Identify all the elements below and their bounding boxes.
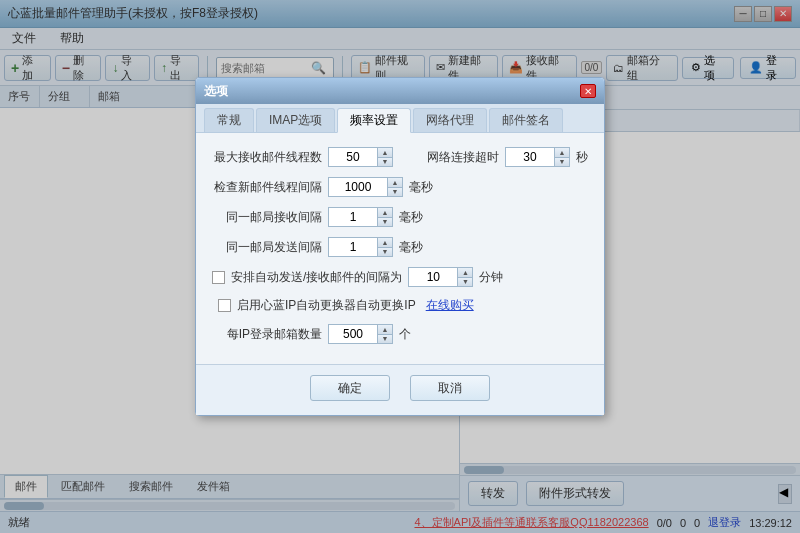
check-interval-label: 检查新邮件线程间隔 xyxy=(212,179,322,196)
same-domain-receive-down[interactable]: ▼ xyxy=(378,217,392,226)
dialog-close-button[interactable]: ✕ xyxy=(580,84,596,98)
check-interval-spinner: ▲ ▼ xyxy=(328,177,403,197)
dialog-confirm-button[interactable]: 确定 xyxy=(310,375,390,401)
check-interval-input[interactable] xyxy=(328,177,388,197)
dialog-cancel-button[interactable]: 取消 xyxy=(410,375,490,401)
same-domain-send-up[interactable]: ▲ xyxy=(378,238,392,247)
auto-sync-label: 安排自动发送/接收邮件的间隔为 xyxy=(231,269,402,286)
auto-sync-up[interactable]: ▲ xyxy=(458,268,472,277)
dialog-tab-network[interactable]: 网络代理 xyxy=(413,108,487,132)
auto-sync-spinner: ▲ ▼ xyxy=(408,267,473,287)
same-domain-send-down[interactable]: ▼ xyxy=(378,247,392,256)
row-same-domain-receive: 同一邮局接收间隔 ▲ ▼ 毫秒 xyxy=(212,207,588,227)
net-timeout-unit: 秒 xyxy=(576,149,588,166)
row-per-ip: 每IP登录邮箱数量 ▲ ▼ 个 xyxy=(212,324,588,344)
net-timeout-input[interactable] xyxy=(505,147,555,167)
auto-sync-spinner-btns: ▲ ▼ xyxy=(458,267,473,287)
auto-sync-down[interactable]: ▼ xyxy=(458,277,472,286)
net-timeout-spinner-btns: ▲ ▼ xyxy=(555,147,570,167)
per-ip-input[interactable] xyxy=(328,324,378,344)
max-threads-spinner-btns: ▲ ▼ xyxy=(378,147,393,167)
row-auto-sync: 安排自动发送/接收邮件的间隔为 ▲ ▼ 分钟 xyxy=(212,267,588,287)
per-ip-spinner: ▲ ▼ xyxy=(328,324,393,344)
net-timeout-up[interactable]: ▲ xyxy=(555,148,569,157)
same-domain-send-input[interactable] xyxy=(328,237,378,257)
dialog-tab-imap[interactable]: IMAP选项 xyxy=(256,108,335,132)
dialog-content: 最大接收邮件线程数 ▲ ▼ 网络连接超时 ▲ ▼ xyxy=(196,133,604,364)
dialog-tab-signature[interactable]: 邮件签名 xyxy=(489,108,563,132)
max-threads-input[interactable] xyxy=(328,147,378,167)
net-timeout-label: 网络连接超时 xyxy=(427,149,499,166)
per-ip-up[interactable]: ▲ xyxy=(378,325,392,334)
row-auto-replace: 启用心蓝IP自动更换器自动更换IP 在线购买 xyxy=(212,297,588,314)
options-dialog: 选项 ✕ 常规 IMAP选项 频率设置 网络代理 邮件签名 最大接收邮件线程数 … xyxy=(195,77,605,416)
dialog-tabs: 常规 IMAP选项 频率设置 网络代理 邮件签名 xyxy=(196,104,604,133)
same-domain-receive-input[interactable] xyxy=(328,207,378,227)
same-domain-send-label: 同一邮局发送间隔 xyxy=(212,239,322,256)
max-threads-spinner: ▲ ▼ xyxy=(328,147,393,167)
row-check-interval: 检查新邮件线程间隔 ▲ ▼ 毫秒 xyxy=(212,177,588,197)
row-max-threads: 最大接收邮件线程数 ▲ ▼ 网络连接超时 ▲ ▼ xyxy=(212,147,588,167)
same-domain-receive-unit: 毫秒 xyxy=(399,209,423,226)
same-domain-receive-spinner-btns: ▲ ▼ xyxy=(378,207,393,227)
dialog-tab-frequency[interactable]: 频率设置 xyxy=(337,108,411,133)
check-interval-spinner-btns: ▲ ▼ xyxy=(388,177,403,197)
auto-sync-checkbox[interactable] xyxy=(212,271,225,284)
per-ip-unit: 个 xyxy=(399,326,411,343)
dialog-footer: 确定 取消 xyxy=(196,364,604,415)
dialog-title-text: 选项 xyxy=(204,83,228,100)
max-threads-label: 最大接收邮件线程数 xyxy=(212,149,322,166)
net-timeout-group: 网络连接超时 ▲ ▼ 秒 xyxy=(427,147,588,167)
same-domain-send-spinner-btns: ▲ ▼ xyxy=(378,237,393,257)
auto-sync-input[interactable] xyxy=(408,267,458,287)
auto-sync-unit: 分钟 xyxy=(479,269,503,286)
same-domain-receive-label: 同一邮局接收间隔 xyxy=(212,209,322,226)
dialog-tab-normal[interactable]: 常规 xyxy=(204,108,254,132)
same-domain-receive-up[interactable]: ▲ xyxy=(378,208,392,217)
max-threads-up[interactable]: ▲ xyxy=(378,148,392,157)
per-ip-label: 每IP登录邮箱数量 xyxy=(212,326,322,343)
dialog-title-bar: 选项 ✕ xyxy=(196,78,604,104)
auto-replace-label: 启用心蓝IP自动更换器自动更换IP xyxy=(237,297,416,314)
same-domain-send-spinner: ▲ ▼ xyxy=(328,237,393,257)
net-timeout-down[interactable]: ▼ xyxy=(555,157,569,166)
check-interval-unit: 毫秒 xyxy=(409,179,433,196)
per-ip-spinner-btns: ▲ ▼ xyxy=(378,324,393,344)
auto-replace-link[interactable]: 在线购买 xyxy=(426,297,474,314)
max-threads-down[interactable]: ▼ xyxy=(378,157,392,166)
same-domain-send-unit: 毫秒 xyxy=(399,239,423,256)
modal-overlay: 选项 ✕ 常规 IMAP选项 频率设置 网络代理 邮件签名 最大接收邮件线程数 … xyxy=(0,0,800,533)
per-ip-down[interactable]: ▼ xyxy=(378,334,392,343)
check-interval-up[interactable]: ▲ xyxy=(388,178,402,187)
row-same-domain-send: 同一邮局发送间隔 ▲ ▼ 毫秒 xyxy=(212,237,588,257)
same-domain-receive-spinner: ▲ ▼ xyxy=(328,207,393,227)
net-timeout-spinner: ▲ ▼ xyxy=(505,147,570,167)
auto-replace-checkbox[interactable] xyxy=(218,299,231,312)
check-interval-down[interactable]: ▼ xyxy=(388,187,402,196)
